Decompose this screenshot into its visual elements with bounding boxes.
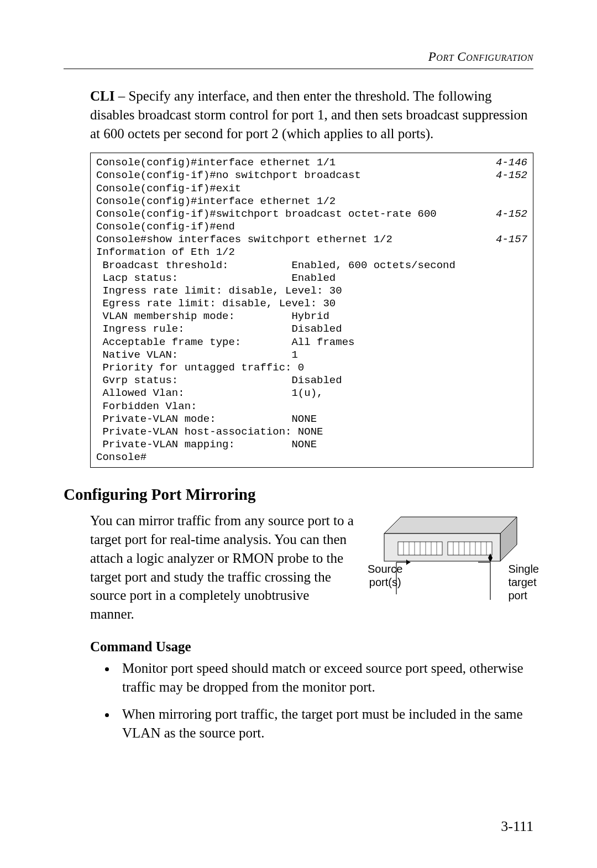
usage-item: Monitor port speed should match or excee… — [117, 659, 533, 697]
cli-line: Broadcast threshold: Enabled, 600 octets… — [96, 259, 527, 272]
cli-output-box: Console(config)#interface ethernet 1/14-… — [90, 153, 533, 468]
cli-text: Acceptable frame type: All frames — [96, 336, 527, 349]
cli-ref: 4-152 — [490, 169, 527, 182]
cli-line: Native VLAN: 1 — [96, 349, 527, 362]
cli-text: Gvrp status: Disabled — [96, 374, 527, 387]
subsection-heading: Command Usage — [90, 639, 533, 655]
cli-line: Console(config-if)#exit — [96, 182, 527, 195]
label-target-line3: port — [508, 589, 527, 602]
cli-text: Information of Eth 1/2 — [96, 246, 527, 259]
cli-line: Gvrp status: Disabled — [96, 374, 527, 387]
label-source-line1: Source — [368, 563, 402, 575]
cli-line: Forbidden Vlan: — [96, 400, 527, 413]
cli-line: Priority for untagged traffic: 0 — [96, 362, 527, 374]
page: Port Configuration CLI – Specify any int… — [0, 0, 597, 868]
label-source-line2: port(s) — [369, 576, 401, 588]
cli-line: Console(config)#interface ethernet 1/14-… — [96, 156, 527, 169]
cli-text: Console# — [96, 451, 527, 464]
cli-line: Egress rate limit: disable, Level: 30 — [96, 297, 527, 310]
switch-figure: Source port(s) Single target port — [368, 511, 533, 605]
cli-line: Console#show interfaces switchport ether… — [96, 233, 527, 246]
cli-text: Private-VLAN mode: NONE — [96, 413, 527, 426]
mirror-paragraph: You can mirror traffic from any source p… — [90, 511, 354, 624]
mirror-block: You can mirror traffic from any source p… — [90, 511, 533, 624]
running-head: Port Configuration — [64, 50, 533, 64]
cli-text: VLAN membership mode: Hybrid — [96, 310, 527, 323]
cli-text: Private-VLAN mapping: NONE — [96, 438, 527, 451]
cli-text: Allowed Vlan: 1(u), — [96, 387, 527, 400]
cli-line: Console(config-if)#switchport broadcast … — [96, 208, 527, 221]
cli-line: Private-VLAN mapping: NONE — [96, 438, 527, 451]
cli-line: Acceptable frame type: All frames — [96, 336, 527, 349]
cli-line: Ingress rate limit: disable, Level: 30 — [96, 285, 527, 297]
cli-text: Private-VLAN host-association: NONE — [96, 426, 527, 438]
cli-text: Console(config-if)#switchport broadcast … — [96, 208, 490, 221]
cli-ref: 4-146 — [490, 156, 527, 169]
cli-text: Console(config-if)#no switchport broadca… — [96, 169, 490, 182]
label-target-line2: target — [508, 576, 536, 588]
cli-text: Console(config)#interface ethernet 1/2 — [96, 195, 527, 208]
cli-text: Egress rate limit: disable, Level: 30 — [96, 297, 527, 310]
cli-text: Lacp status: Enabled — [96, 272, 527, 285]
cli-line: VLAN membership mode: Hybrid — [96, 310, 527, 323]
cli-line: Console(config-if)#end — [96, 221, 527, 233]
section-heading: Configuring Port Mirroring — [64, 485, 533, 504]
cli-line: Information of Eth 1/2 — [96, 246, 527, 259]
cli-text: Console(config)#interface ethernet 1/1 — [96, 156, 490, 169]
cli-text: Native VLAN: 1 — [96, 349, 527, 362]
cli-line: Lacp status: Enabled — [96, 272, 527, 285]
cli-text: Ingress rule: Disabled — [96, 323, 527, 336]
cli-ref: 4-157 — [490, 233, 527, 246]
usage-item: When mirroring port traffic, the target … — [117, 705, 533, 742]
svg-marker-0 — [384, 517, 517, 534]
cli-line: Console# — [96, 451, 527, 464]
cli-text: Forbidden Vlan: — [96, 400, 527, 413]
cli-ref: 4-152 — [490, 208, 527, 221]
label-target-line1: Single — [508, 563, 539, 575]
figure-label-source: Source port(s) — [368, 562, 402, 589]
intro-paragraph: CLI – Specify any interface, and then en… — [90, 87, 533, 143]
cli-text: Console(config-if)#exit — [96, 182, 527, 195]
cli-text: Ingress rate limit: disable, Level: 30 — [96, 285, 527, 297]
cli-text: Console#show interfaces switchport ether… — [96, 233, 490, 246]
cli-text: Console(config-if)#end — [96, 221, 527, 233]
cli-line: Ingress rule: Disabled — [96, 323, 527, 336]
figure-label-target: Single target port — [508, 562, 539, 602]
cli-text: Priority for untagged traffic: 0 — [96, 362, 527, 374]
cli-line: Private-VLAN mode: NONE — [96, 413, 527, 426]
cli-line: Private-VLAN host-association: NONE — [96, 426, 527, 438]
rule — [64, 69, 533, 69]
usage-list: Monitor port speed should match or excee… — [97, 659, 533, 742]
cli-line: Console(config)#interface ethernet 1/2 — [96, 195, 527, 208]
page-number: 3-111 — [501, 818, 533, 835]
cli-line: Console(config-if)#no switchport broadca… — [96, 169, 527, 182]
cli-text: Broadcast threshold: Enabled, 600 octets… — [96, 259, 527, 272]
cli-line: Allowed Vlan: 1(u), — [96, 387, 527, 400]
